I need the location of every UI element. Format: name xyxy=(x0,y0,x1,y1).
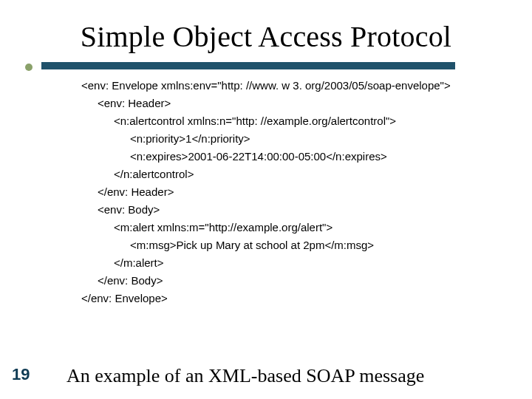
slide-title: Simple Object Access Protocol xyxy=(0,19,532,54)
code-line: </env: Body> xyxy=(81,272,480,290)
code-line: <m:alert xmlns:m="http://example.org/ale… xyxy=(81,219,480,236)
code-line: <m:msg>Pick up Mary at school at 2pm</m:… xyxy=(81,236,480,254)
soap-xml-code: <env: Envelope xmlns:env="http: //www. w… xyxy=(81,77,480,307)
code-line: </env: Envelope> xyxy=(81,290,480,307)
slide-caption: An example of an XML-based SOAP message xyxy=(66,365,424,387)
code-line: <env: Header> xyxy=(81,95,480,112)
code-line: <n:alertcontrol xmlns:n="http: //example… xyxy=(81,112,480,130)
code-line: <env: Body> xyxy=(81,201,480,219)
underline-bar xyxy=(41,62,455,69)
code-line: <env: Envelope xmlns:env="http: //www. w… xyxy=(81,77,480,95)
title-underline xyxy=(41,61,455,71)
bullet-icon xyxy=(25,64,33,71)
slide: Simple Object Access Protocol <env: Enve… xyxy=(0,0,532,399)
code-line: <n:priority>1</n:priority> xyxy=(81,130,480,148)
code-line: </env: Header> xyxy=(81,183,480,201)
code-line: </m:alert> xyxy=(81,254,480,272)
page-number: 19 xyxy=(12,365,30,384)
code-line: </n:alertcontrol> xyxy=(81,166,480,183)
code-line: <n:expires>2001-06-22T14:00:00-05:00</n:… xyxy=(81,148,480,166)
